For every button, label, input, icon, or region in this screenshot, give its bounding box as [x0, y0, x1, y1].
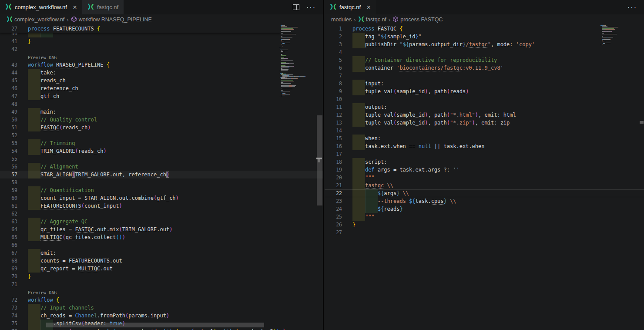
code-line[interactable]: 73// Input channels: [0, 304, 323, 312]
sticky-scroll-line[interactable]: 27process FEATURECOUNTS {: [0, 25, 281, 33]
code-line[interactable]: 7: [325, 72, 644, 80]
code-line[interactable]: 41}: [0, 37, 323, 45]
code-line[interactable]: 54TRIM_GALORE(reads_ch): [0, 147, 323, 155]
code-line[interactable]: 71: [0, 280, 323, 288]
code-line[interactable]: 19def args = task.ext.args ?: '': [325, 166, 644, 174]
code-line[interactable]: 42: [0, 45, 323, 53]
tab-fastqc-right[interactable]: fastqc.nf ✕: [325, 0, 376, 14]
sash-grip-handle[interactable]: [318, 159, 320, 162]
code-line[interactable]: 48: [0, 100, 323, 108]
code-line[interactable]: 44take:: [0, 69, 323, 77]
code-line[interactable]: 22${args} \\: [325, 189, 644, 197]
codelens-preview-dag[interactable]: Preview DAG: [0, 53, 323, 61]
code-line[interactable]: 17: [325, 150, 644, 158]
breadcrumb-file[interactable]: fastqc.nf: [358, 16, 386, 24]
code-line[interactable]: 16task.ext.when == null || task.ext.when: [325, 142, 644, 150]
line-content: ${reads}: [352, 205, 403, 213]
code-line[interactable]: 59// Quantification: [0, 186, 323, 194]
code-token: null: [419, 143, 431, 149]
breadcrumb-symbol[interactable]: workflow RNASEQ_PIPELINE: [71, 16, 152, 24]
indent-guide-band: [28, 202, 40, 210]
code-line[interactable]: 52: [0, 131, 323, 139]
line-number: 16: [325, 142, 342, 150]
code-line[interactable]: 51FASTQC(reads_ch): [0, 124, 323, 131]
code-line[interactable]: 1process FASTQC {: [325, 25, 644, 33]
codelens-link[interactable]: Preview DAG: [28, 290, 57, 296]
code-line[interactable]: 62: [0, 210, 323, 218]
code-line[interactable]: 27process FEATURECOUNTS {: [0, 25, 281, 33]
code-line[interactable]: 58: [0, 178, 323, 186]
code-line[interactable]: 67emit:: [0, 249, 323, 257]
tab-complex-workflow[interactable]: complex_workflow.nf ✕: [0, 0, 82, 14]
code-line[interactable]: 56// Alignment: [0, 163, 323, 171]
code-line[interactable]: 3publishDir "${params.output_dir}/fastqc…: [325, 40, 644, 48]
more-actions-icon[interactable]: ···: [627, 3, 637, 11]
split-editor-icon[interactable]: [293, 4, 299, 10]
tab-fastqc-left[interactable]: fastqc.nf: [82, 0, 124, 14]
code-line[interactable]: 5// Container directive for reproducibil…: [325, 56, 644, 64]
code-line[interactable]: 25""": [325, 213, 644, 221]
code-token: // Input channels: [40, 305, 94, 311]
code-line[interactable]: 65MULTIQC(qc_files.collect()): [0, 233, 323, 241]
code-line[interactable]: 66: [0, 241, 323, 249]
code-line[interactable]: 20""": [325, 174, 644, 182]
code-line[interactable]: 68counts = FEATURECOUNTS.out: [0, 257, 323, 265]
codelens-link[interactable]: Preview DAG: [28, 55, 57, 61]
code-token: FEATURECOUNTS: [53, 26, 97, 32]
code-line[interactable]: 14: [325, 127, 644, 135]
code-line[interactable]: 63// Aggregate QC: [0, 218, 323, 226]
close-icon[interactable]: ✕: [366, 5, 371, 10]
code-line[interactable]: 55: [0, 155, 323, 163]
tab-label: fastqc.nf: [97, 4, 118, 10]
code-line[interactable]: 15when:: [325, 135, 644, 142]
code-token: tuple val: [365, 112, 393, 118]
code-line[interactable]: 50// Quality control: [0, 116, 323, 124]
code-line[interactable]: 49main:: [0, 108, 323, 116]
code-line[interactable]: 45reads_ch: [0, 77, 323, 84]
breadcrumb-symbol[interactable]: process FASTQC: [392, 16, 443, 24]
code-line[interactable]: 69qc_report = MULTIQC.out: [0, 265, 323, 273]
code-line[interactable]: 61FEATURECOUNTS(count_input): [0, 202, 323, 210]
codelens-preview-dag[interactable]: Preview DAG: [0, 288, 323, 296]
code-line[interactable]: 13tuple val(sample_id), path("*.zip"), e…: [325, 119, 644, 127]
code-line[interactable]: 2tag "${sample_id}": [325, 33, 644, 40]
breadcrumb-folder[interactable]: modules: [331, 17, 352, 23]
code-line[interactable]: 53// Trimming: [0, 139, 323, 147]
code-line[interactable]: 74ch_reads = Channel.fromPath(params.inp…: [0, 312, 323, 320]
code-line[interactable]: 70}: [0, 273, 323, 280]
code-line[interactable]: 46reference_ch: [0, 84, 323, 92]
line-number: 66: [0, 241, 17, 249]
code-line[interactable]: 64qc_files = FASTQC.out.mix(TRIM_GALORE.…: [0, 226, 323, 233]
code-line[interactable]: 9tuple val(sample_id), path(reads): [325, 88, 644, 95]
line-number: 67: [0, 249, 17, 257]
code-line[interactable]: 57STAR_ALIGN(TRIM_GALORE.out, reference_…: [0, 171, 323, 178]
code-line[interactable]: 27: [325, 229, 644, 236]
code-line[interactable]: 4: [325, 48, 644, 56]
code-token: ): [122, 234, 125, 240]
code-line[interactable]: 60count_input = STAR_ALIGN.out.combine(g…: [0, 194, 323, 202]
code-line[interactable]: 18script:: [325, 158, 644, 166]
breadcrumb-file[interactable]: complex_workflow.nf: [7, 16, 64, 24]
minimap-left[interactable]: [280, 25, 316, 98]
minimap-right[interactable]: [600, 25, 637, 47]
code-line[interactable]: 76.map { row -> tuple(row.sample_id, fil…: [0, 327, 323, 330]
code-token: script:: [365, 159, 387, 165]
code-line[interactable]: 26}: [325, 221, 644, 229]
code-line[interactable]: 24${reads}: [325, 205, 644, 213]
code-line[interactable]: 6container 'biocontainers/fastqc:v0.11.9…: [325, 64, 644, 72]
close-icon[interactable]: ✕: [73, 5, 77, 10]
code-line[interactable]: 12tuple val(sample_id), path("*.html"), …: [325, 111, 644, 119]
code-line[interactable]: 43workflow RNASEQ_PIPELINE {: [0, 61, 323, 69]
horizontal-scrollbar-thumb[interactable]: [46, 323, 264, 327]
line-number: 61: [0, 202, 17, 210]
line-number: 59: [0, 186, 17, 194]
code-line[interactable]: 72workflow {: [0, 296, 323, 304]
indent-guide-band: [28, 226, 40, 233]
code-line[interactable]: 21fastqc \\: [325, 182, 644, 189]
code-line[interactable]: 11output:: [325, 103, 644, 111]
code-line[interactable]: 10: [325, 95, 644, 103]
code-line[interactable]: 23--threads ${task.cpus} \\: [325, 197, 644, 205]
code-line[interactable]: 8input:: [325, 80, 644, 88]
more-actions-icon[interactable]: ···: [306, 3, 316, 11]
code-line[interactable]: 47gtf_ch: [0, 92, 323, 100]
